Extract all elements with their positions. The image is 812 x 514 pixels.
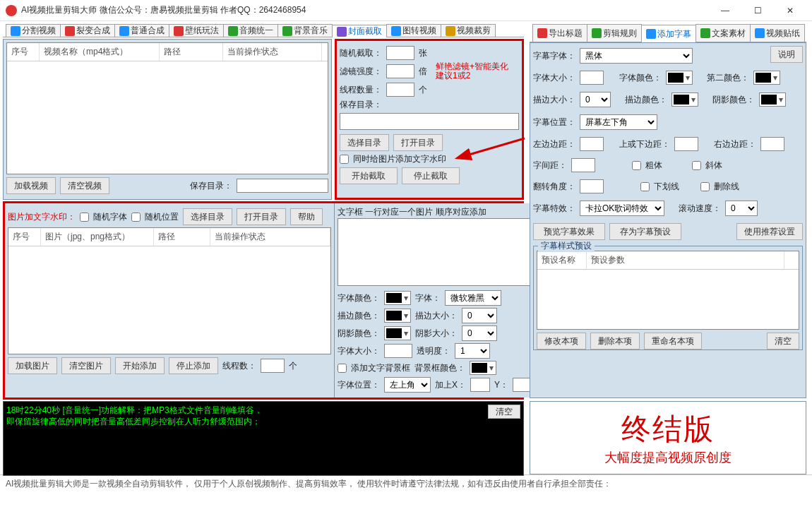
tab-壁纸玩法[interactable]: 壁纸玩法 <box>169 24 224 37</box>
sub-shadow-color-swatch[interactable]: ▾ <box>759 92 786 107</box>
watermark-textarea[interactable] <box>338 218 532 286</box>
tab-视频贴纸[interactable]: 视频贴纸 <box>750 24 805 42</box>
tab-剪辑规则[interactable]: 剪辑规则 <box>587 24 642 42</box>
start-capture-button[interactable]: 开始截取 <box>340 167 398 184</box>
font-pos-select[interactable]: 左上角 <box>384 377 431 393</box>
minimize-button[interactable]: — <box>709 0 741 21</box>
video-grid[interactable]: 序号视频名称（mp4格式）路径当前操作状态 <box>6 42 328 174</box>
column-header[interactable]: 预设参数 <box>587 251 784 269</box>
load-pic-button[interactable]: 加载图片 <box>8 357 57 374</box>
bg-color-swatch[interactable]: ▾ <box>470 361 496 375</box>
column-header[interactable]: 序号 <box>7 43 40 61</box>
tab-label: 分割视频 <box>22 25 56 37</box>
tab-label: 视频裁剪 <box>457 25 491 37</box>
shadow-color-swatch[interactable]: ▾ <box>384 326 411 340</box>
use-recommended-button[interactable]: 使用推荐设置 <box>736 223 803 240</box>
column-header[interactable]: 路径 <box>160 43 223 61</box>
stop-add-button[interactable]: 停止添加 <box>169 357 218 374</box>
sub-stroke-color-swatch[interactable]: ▾ <box>671 92 698 107</box>
filter-strength-input[interactable] <box>386 64 414 78</box>
column-header[interactable]: 图片（jpg、png格式） <box>41 228 154 246</box>
tab-背景音乐[interactable]: 背景音乐 <box>277 24 333 37</box>
tab-视频裁剪[interactable]: 视频裁剪 <box>441 24 496 37</box>
thread-count-input[interactable] <box>386 83 414 97</box>
preset-grid[interactable]: 预设名称预设参数 <box>537 251 799 330</box>
scroll-speed-select[interactable]: 0 <box>725 201 758 216</box>
modify-item-button[interactable]: 修改本项 <box>537 333 586 349</box>
pic-thread-input[interactable] <box>261 359 285 373</box>
sub-second-color-swatch[interactable]: ▾ <box>753 71 780 85</box>
maximize-button[interactable]: ☐ <box>741 0 774 21</box>
column-header[interactable]: 路径 <box>154 228 210 246</box>
close-button[interactable]: ✕ <box>774 0 806 21</box>
underline-checkbox[interactable] <box>640 182 650 191</box>
rename-item-button[interactable]: 重命名本项 <box>644 333 702 349</box>
tab-封面截取[interactable]: 封面截取 <box>332 25 387 37</box>
tab-普通合成[interactable]: 普通合成 <box>114 24 169 37</box>
pic-open-dir-button[interactable]: 打开目录 <box>237 208 286 225</box>
sub-font-family-select[interactable]: 黑体 <box>580 48 693 64</box>
sub-pos-select[interactable]: 屏幕左下角 <box>580 114 657 130</box>
pic-choose-dir-button[interactable]: 选择目录 <box>183 208 232 225</box>
help-button[interactable]: 帮助 <box>290 208 323 225</box>
stroke-color-swatch[interactable]: ▾ <box>384 309 411 323</box>
column-header[interactable]: 序号 <box>8 228 41 246</box>
tab-分割视频[interactable]: 分割视频 <box>6 24 61 37</box>
column-header[interactable]: 预设名称 <box>537 251 587 269</box>
cover-save-dir-input[interactable] <box>340 113 519 130</box>
tab-音频统一[interactable]: 音频统一 <box>223 24 278 37</box>
shadow-size-select[interactable]: 0 <box>462 325 497 341</box>
strike-checkbox[interactable] <box>700 182 710 191</box>
delete-item-button[interactable]: 删除本项 <box>590 333 640 349</box>
tab-icon <box>446 26 455 36</box>
clear-pic-button[interactable]: 清空图片 <box>61 357 111 374</box>
topbot-dist-input[interactable] <box>674 137 698 151</box>
italic-checkbox[interactable] <box>692 161 701 170</box>
font-select[interactable]: 微软雅黑 <box>445 290 501 306</box>
tab-导出标题[interactable]: 导出标题 <box>532 24 587 42</box>
tab-添加字幕[interactable]: 添加字幕 <box>641 25 696 42</box>
add-watermark-checkbox[interactable] <box>340 155 349 164</box>
right-dist-input[interactable] <box>760 137 784 151</box>
sub-stroke-size-select[interactable]: 0 <box>580 92 611 107</box>
opacity-select[interactable]: 1 <box>455 343 490 359</box>
tab-图转视频[interactable]: 图转视频 <box>386 24 441 37</box>
add-bg-checkbox[interactable] <box>338 364 347 373</box>
stop-capture-button[interactable]: 停止截取 <box>402 167 460 184</box>
clear-video-button[interactable]: 清空视频 <box>60 177 109 194</box>
spacing-input[interactable] <box>571 158 595 172</box>
add-x-input[interactable] <box>470 378 490 392</box>
column-header[interactable]: 视频名称（mp4格式） <box>40 43 160 61</box>
bold-checkbox[interactable] <box>632 161 641 170</box>
tab-label: 壁纸玩法 <box>185 25 219 37</box>
pic-grid[interactable]: 序号图片（jpg、png格式）路径当前操作状态 <box>8 227 331 354</box>
sub-font-color-swatch[interactable]: ▾ <box>666 71 693 85</box>
tab-文案素材[interactable]: 文案素材 <box>695 24 751 42</box>
explain-button[interactable]: 说明 <box>770 46 803 63</box>
choose-dir-button[interactable]: 选择目录 <box>340 134 389 151</box>
clear-log-button[interactable]: 清空 <box>488 405 520 419</box>
rand-pos-checkbox[interactable] <box>131 213 141 222</box>
preview-subtitle-button[interactable]: 预览字幕效果 <box>533 223 605 240</box>
stroke-size-select[interactable]: 0 <box>462 308 497 323</box>
effect-select[interactable]: 卡拉OK歌词特效 <box>580 201 664 216</box>
save-preset-button[interactable]: 存为字幕预设 <box>609 223 681 240</box>
clear-preset-button[interactable]: 清空 <box>767 333 799 349</box>
rand-font-checkbox[interactable] <box>80 213 89 222</box>
font-color-swatch[interactable]: ▾ <box>384 291 411 305</box>
left-dist-input[interactable] <box>580 137 604 151</box>
rand-capture-input[interactable] <box>386 46 414 60</box>
tab-裂变合成[interactable]: 裂变合成 <box>60 24 115 37</box>
log-area: 18时22分40秒 [音量统一]功能解释：把MP3格式文件音量削峰填谷， 即保留… <box>3 401 524 476</box>
save-dir-input[interactable] <box>237 179 328 193</box>
rotate-input[interactable] <box>580 179 604 193</box>
open-dir-button[interactable]: 打开目录 <box>393 134 443 151</box>
save-dir-label: 保存目录： <box>190 180 232 192</box>
tab-label: 视频贴纸 <box>766 28 800 40</box>
font-size-input[interactable] <box>384 344 412 358</box>
column-header[interactable]: 当前操作状态 <box>210 228 330 246</box>
column-header[interactable]: 当前操作状态 <box>223 43 322 61</box>
load-video-button[interactable]: 加载视频 <box>6 177 56 194</box>
start-add-button[interactable]: 开始添加 <box>115 357 165 374</box>
sub-font-size-input[interactable] <box>580 71 604 85</box>
